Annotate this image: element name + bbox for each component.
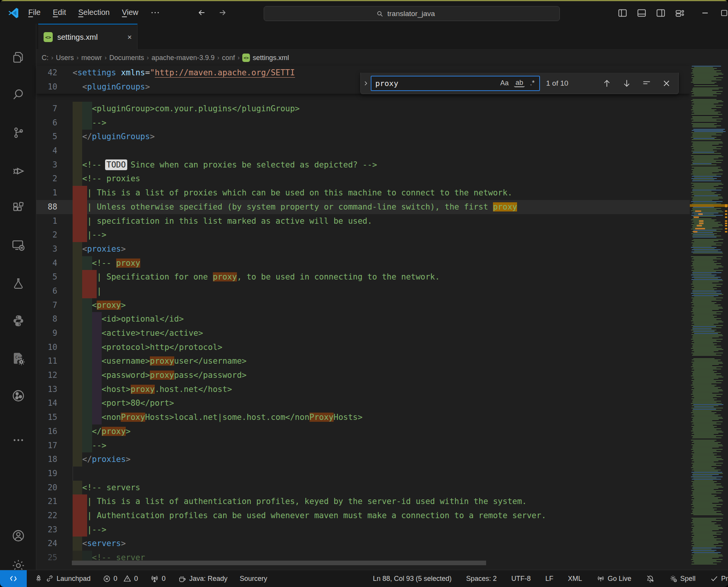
code-line[interactable]: 1 | specification in this list marked as… xyxy=(36,214,728,228)
line-number[interactable]: 4 xyxy=(36,256,57,270)
horizontal-scrollbar[interactable] xyxy=(72,561,486,565)
maximize-window-icon[interactable] xyxy=(717,6,728,20)
toggle-sidebar-icon[interactable] xyxy=(615,6,630,20)
code-line[interactable]: 6 --> xyxy=(36,116,728,130)
line-number[interactable]: 1 xyxy=(36,214,57,228)
menu-more-icon[interactable] xyxy=(146,8,164,17)
spell-checker-item[interactable]: Spell xyxy=(668,574,697,583)
line-number[interactable]: 42 xyxy=(36,66,57,80)
toggle-panel-icon[interactable] xyxy=(634,6,649,20)
line-number[interactable]: 3 xyxy=(36,242,57,256)
testing-icon[interactable] xyxy=(0,268,36,298)
line-number[interactable]: 4 xyxy=(36,144,57,158)
explorer-icon[interactable] xyxy=(0,42,36,72)
breadcrumb-segment[interactable]: C: xyxy=(42,54,49,62)
line-number[interactable]: 17 xyxy=(36,439,57,453)
code-line[interactable]: 1 | This is a list of proxies which can … xyxy=(36,186,728,200)
line-number[interactable]: 25 xyxy=(36,551,57,565)
line-number[interactable]: 24 xyxy=(36,537,57,551)
line-number[interactable]: 23 xyxy=(36,523,57,537)
breadcrumb-file[interactable]: settings.xml xyxy=(253,54,289,62)
code-line[interactable]: 3 <proxies> xyxy=(36,242,728,256)
breadcrumb-segment[interactable]: conf xyxy=(222,54,235,62)
java-status-item[interactable]: Java: Ready xyxy=(176,574,229,583)
breadcrumb-segment[interactable]: apache-maven-3.9.9 xyxy=(151,54,214,62)
more-views-icon[interactable] xyxy=(0,425,36,455)
whole-word-icon[interactable]: ab xyxy=(514,79,525,87)
remote-indicator[interactable] xyxy=(0,570,27,587)
customize-layout-icon[interactable] xyxy=(672,6,687,20)
code-line[interactable]: 88 | Unless otherwise specified (by syst… xyxy=(36,200,728,214)
code-line[interactable]: 22 | Authentication profiles can be used… xyxy=(36,509,728,523)
extensions-icon[interactable] xyxy=(0,193,36,223)
command-center-search[interactable] xyxy=(264,6,560,21)
ports-item[interactable]: 0 xyxy=(149,574,167,583)
code-line[interactable]: 11 <username>proxyuser</username> xyxy=(36,354,728,368)
find-input-box[interactable]: Aa ab .* xyxy=(371,76,540,91)
code-line[interactable]: 5 </pluginGroups> xyxy=(36,130,728,144)
remote-explorer-icon[interactable] xyxy=(0,230,36,260)
sourcery-item[interactable]: Sourcery xyxy=(238,575,269,583)
line-number[interactable]: 13 xyxy=(36,382,57,397)
python-icon[interactable] xyxy=(0,306,36,336)
code-line[interactable]: 14 <port>80</port> xyxy=(36,396,728,410)
find-input[interactable] xyxy=(375,78,495,88)
back-arrow-icon[interactable] xyxy=(194,6,209,20)
account-icon[interactable] xyxy=(0,521,36,551)
tab-close-icon[interactable]: × xyxy=(127,33,132,42)
problems-item[interactable]: 0 0 xyxy=(101,574,139,583)
match-case-icon[interactable]: Aa xyxy=(499,78,510,88)
breadcrumb-segment[interactable]: Users xyxy=(56,54,74,62)
code-line[interactable]: 15 <nonProxyHosts>local.net|some.host.co… xyxy=(36,410,728,424)
line-number[interactable]: 7 xyxy=(36,298,57,312)
line-number[interactable]: 20 xyxy=(36,481,57,495)
line-number[interactable]: 88 xyxy=(36,200,57,214)
code-line[interactable]: 23 |--> xyxy=(36,523,728,537)
gitlens-icon[interactable] xyxy=(0,381,36,411)
line-number[interactable]: 5 xyxy=(36,270,57,284)
minimize-window-icon[interactable] xyxy=(697,6,713,20)
line-number[interactable]: 9 xyxy=(36,326,57,340)
encoding-item[interactable]: UTF-8 xyxy=(510,575,532,583)
code-line[interactable]: 19 xyxy=(36,467,728,481)
next-match-icon[interactable] xyxy=(619,76,634,91)
forward-arrow-icon[interactable] xyxy=(215,6,230,20)
menu-file[interactable]: File xyxy=(24,6,45,19)
breadcrumb-segment[interactable]: meowr xyxy=(81,54,102,62)
code-line[interactable]: 10 <protocol>http</protocol> xyxy=(36,340,728,354)
line-number[interactable]: 5 xyxy=(36,130,57,144)
code-line[interactable]: 24 <servers> xyxy=(36,537,728,551)
line-number[interactable]: 18 xyxy=(36,452,57,467)
minimap[interactable] xyxy=(690,66,728,570)
source-control-icon[interactable] xyxy=(0,118,36,148)
line-number[interactable]: 3 xyxy=(36,158,57,172)
code-line[interactable]: 21 | This is a list of authentication pr… xyxy=(36,494,728,509)
find-in-selection-icon[interactable] xyxy=(639,76,654,91)
line-number[interactable]: 22 xyxy=(36,509,57,523)
prettier-item[interactable]: Pre xyxy=(709,574,728,583)
code-line[interactable]: 16 </proxy> xyxy=(36,424,728,439)
close-find-icon[interactable] xyxy=(659,76,674,91)
line-number[interactable]: 19 xyxy=(36,467,57,481)
code-line[interactable]: 20 <!-- servers xyxy=(36,481,728,495)
line-number[interactable]: 14 xyxy=(36,396,57,410)
line-number[interactable]: 16 xyxy=(36,424,57,439)
menu-selection[interactable]: Selection xyxy=(74,6,114,19)
code-line[interactable]: 4 <!-- proxy xyxy=(36,256,728,270)
line-number[interactable]: 8 xyxy=(36,312,57,326)
language-mode-item[interactable]: XML xyxy=(566,575,584,583)
line-number[interactable]: 2 xyxy=(36,172,57,186)
code-line[interactable]: 8 <id>optional</id> xyxy=(36,312,728,326)
code-line[interactable]: 7 <pluginGroup>com.your.plugins</pluginG… xyxy=(36,102,728,116)
line-number[interactable]: 1 xyxy=(36,186,57,200)
toggle-secondary-sidebar-icon[interactable] xyxy=(653,6,668,20)
indentation-item[interactable]: Spaces: 2 xyxy=(465,575,498,583)
line-number[interactable]: 2 xyxy=(36,228,57,242)
cpp-tools-icon[interactable]: C++ xyxy=(0,343,36,373)
menu-view[interactable]: View xyxy=(117,6,143,19)
previous-match-icon[interactable] xyxy=(600,76,614,91)
run-debug-icon[interactable] xyxy=(0,155,36,185)
find-expand-chevron-icon[interactable] xyxy=(361,80,371,86)
breadcrumb-segment[interactable]: Documents xyxy=(109,54,144,62)
menu-edit[interactable]: Edit xyxy=(48,6,70,19)
